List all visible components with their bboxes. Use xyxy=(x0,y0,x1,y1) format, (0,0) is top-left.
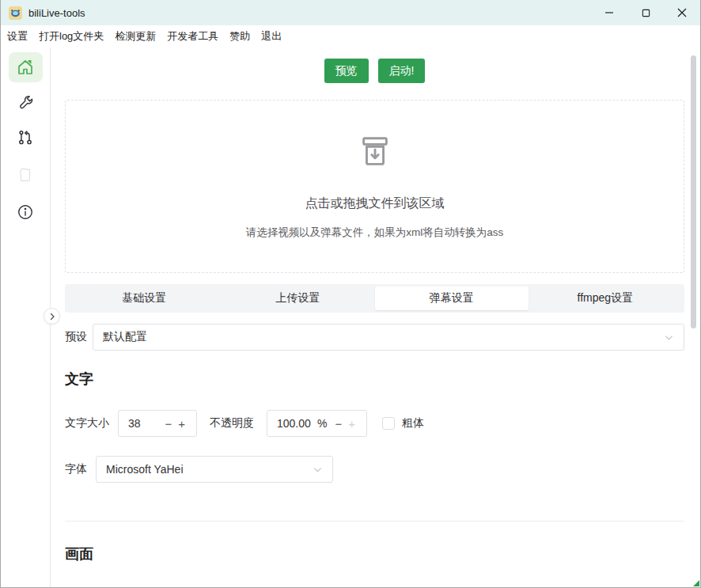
menu-devtools[interactable]: 开发者工具 xyxy=(161,26,224,47)
opacity-input[interactable]: 100.00 % − + xyxy=(267,410,367,437)
opacity-label: 不透明度 xyxy=(210,416,254,431)
font-size-label: 文字大小 xyxy=(65,416,109,431)
text-section-heading: 文字 xyxy=(65,370,684,389)
app-window: { "window": { "title": "biliLive-tools" … xyxy=(0,0,701,588)
bold-label: 粗体 xyxy=(402,416,424,431)
dropzone-sub-text: 请选择视频以及弹幕文件，如果为xml将自动转换为ass xyxy=(246,226,504,240)
preset-select-value: 默认配置 xyxy=(103,330,147,344)
git-compare-icon xyxy=(17,129,34,146)
tab-danmaku-settings[interactable]: 弹幕设置 xyxy=(375,286,529,310)
sidebar-item-about[interactable] xyxy=(9,197,43,227)
font-family-select[interactable]: Microsoft YaHei xyxy=(96,456,333,483)
preset-select[interactable]: 默认配置 xyxy=(93,324,684,351)
chevron-down-icon xyxy=(313,465,323,475)
font-size-increment-button[interactable]: + xyxy=(175,417,188,431)
settings-tabs: 基础设置 上传设置 弹幕设置 ffmpeg设置 xyxy=(65,284,684,313)
video-section-heading: 画面 xyxy=(65,544,684,563)
maximize-button[interactable] xyxy=(627,0,664,25)
sidebar-item-home[interactable] xyxy=(9,52,43,82)
close-button[interactable] xyxy=(664,0,700,25)
opacity-decrement-button[interactable]: − xyxy=(332,417,345,431)
maximize-icon xyxy=(642,9,650,17)
opacity-increment-button[interactable]: + xyxy=(345,417,358,431)
wrench-icon xyxy=(17,93,35,112)
resize-grip xyxy=(693,580,699,586)
file-dropzone[interactable]: 点击或拖拽文件到该区域 请选择视频以及弹幕文件，如果为xml将自动转换为ass xyxy=(65,100,684,273)
font-family-value: Microsoft YaHei xyxy=(106,463,184,476)
tab-ffmpeg-settings[interactable]: ffmpeg设置 xyxy=(529,286,682,310)
vertical-scrollbar-thumb[interactable] xyxy=(691,55,696,328)
dropzone-main-text: 点击或拖拽文件到该区域 xyxy=(305,195,445,212)
sidebar-expand-button[interactable] xyxy=(44,308,60,324)
app-logo-icon xyxy=(9,6,22,20)
preview-button[interactable]: 预览 xyxy=(324,59,369,83)
font-row: 字体 Microsoft YaHei xyxy=(65,456,684,483)
close-icon xyxy=(677,8,687,17)
menu-sponsor[interactable]: 赞助 xyxy=(224,26,256,47)
menu-settings[interactable]: 设置 xyxy=(2,26,33,47)
titlebar: biliLive-tools xyxy=(1,0,700,25)
section-divider xyxy=(65,521,684,522)
archive-download-icon xyxy=(357,134,393,170)
font-size-decrement-button[interactable]: − xyxy=(161,417,175,431)
font-family-label: 字体 xyxy=(65,462,87,476)
silhouette-icon xyxy=(15,165,36,185)
opacity-suffix: % xyxy=(317,417,327,430)
preset-row: 预设 默认配置 xyxy=(65,324,684,351)
window-title: biliLive-tools xyxy=(28,7,85,19)
font-size-value: 38 xyxy=(128,417,161,430)
chevron-right-icon xyxy=(48,313,56,321)
window-controls xyxy=(591,0,700,25)
menu-open-log-folder[interactable]: 打开log文件夹 xyxy=(33,26,109,47)
minimize-button[interactable] xyxy=(591,0,627,25)
tab-basic-settings[interactable]: 基础设置 xyxy=(67,286,221,310)
bold-checkbox[interactable] xyxy=(382,417,395,430)
start-button[interactable]: 启动! xyxy=(378,59,426,83)
menubar: 设置 打开log文件夹 检测更新 开发者工具 赞助 退出 xyxy=(1,25,700,47)
menu-exit[interactable]: 退出 xyxy=(256,26,287,47)
main-content: 预览 启动! 点击或拖拽文件到该区域 请选择视频以及弹幕文件，如果为xml将自动… xyxy=(51,47,700,587)
action-buttons: 预览 启动! xyxy=(65,59,684,83)
sidebar-item-clip[interactable] xyxy=(9,160,43,190)
preset-label: 预设 xyxy=(65,330,87,344)
font-size-input[interactable]: 38 − + xyxy=(118,410,197,437)
text-controls-row: 文字大小 38 − + 不透明度 100.00 % − + 粗体 xyxy=(65,410,684,437)
chevron-down-icon xyxy=(664,332,674,343)
home-icon xyxy=(16,58,35,77)
sidebar-item-convert[interactable] xyxy=(9,123,43,153)
minimize-icon xyxy=(604,8,614,17)
info-icon xyxy=(17,203,34,221)
tab-upload-settings[interactable]: 上传设置 xyxy=(221,286,374,310)
sidebar-item-tools[interactable] xyxy=(9,87,43,117)
menu-check-update[interactable]: 检测更新 xyxy=(109,26,161,47)
opacity-value: 100.00 xyxy=(277,417,313,430)
